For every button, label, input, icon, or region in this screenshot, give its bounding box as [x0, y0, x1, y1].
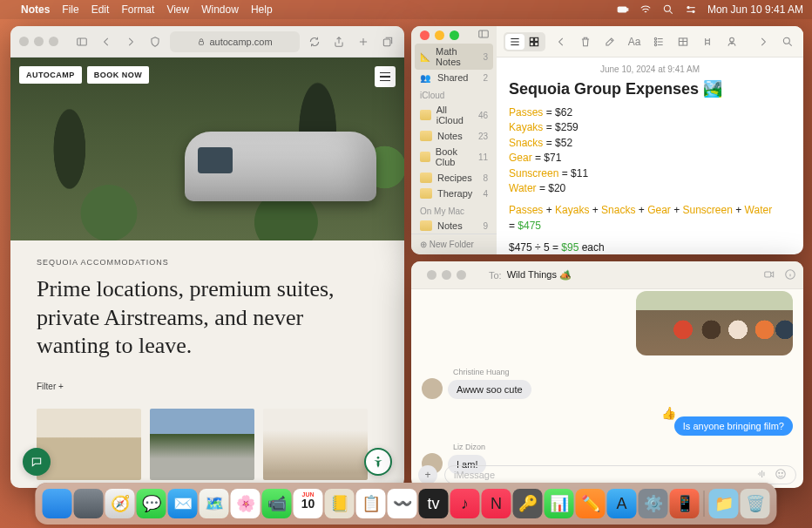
- sidebar-toggle-icon[interactable]: [72, 32, 91, 51]
- dock-app-settings[interactable]: ⚙️: [639, 489, 668, 518]
- dock-app-passwords[interactable]: 🔑: [513, 489, 543, 518]
- dock-app-reminders[interactable]: 📋: [356, 489, 386, 518]
- facetime-video-icon[interactable]: [763, 268, 775, 282]
- dock-app-freeform[interactable]: 〰️: [388, 489, 417, 518]
- hamburger-menu-button[interactable]: [375, 66, 396, 87]
- chat-fab-button[interactable]: [23, 448, 51, 476]
- checklist-icon[interactable]: [650, 33, 667, 51]
- menu-view[interactable]: View: [166, 3, 189, 16]
- dock-app-notes[interactable]: ✏️: [576, 489, 606, 518]
- dock-app-numbers[interactable]: 📊: [545, 489, 574, 518]
- menubar-clock[interactable]: Mon Jun 10 9:41 AM: [707, 3, 803, 16]
- dock-app-iphone-mirroring[interactable]: 📱: [670, 489, 700, 518]
- site-logo[interactable]: AUTOCAMP: [19, 66, 82, 84]
- avatar[interactable]: [422, 378, 443, 399]
- menu-format[interactable]: Format: [121, 3, 154, 16]
- menu-edit[interactable]: Edit: [91, 3, 110, 16]
- menu-window[interactable]: Window: [201, 3, 239, 16]
- control-center-icon[interactable]: [685, 3, 697, 16]
- dock-app-launchpad[interactable]: [74, 489, 104, 518]
- dock-app-contacts[interactable]: 📒: [325, 489, 355, 518]
- dock-app-mail[interactable]: ✉️: [168, 489, 198, 518]
- app-menu[interactable]: Notes: [21, 3, 50, 16]
- trash-icon[interactable]: [577, 33, 594, 51]
- folder-notes[interactable]: Notes23: [411, 128, 497, 144]
- tabs-button[interactable]: [378, 32, 397, 51]
- emoji-icon[interactable]: [775, 468, 787, 482]
- media-icon[interactable]: [699, 33, 716, 51]
- share-button[interactable]: [329, 32, 348, 51]
- menu-file[interactable]: File: [62, 3, 78, 16]
- audio-record-icon[interactable]: [755, 468, 768, 482]
- lock-note-icon[interactable]: [723, 33, 741, 51]
- dock-app-appstore[interactable]: A: [607, 489, 637, 518]
- reaction-emoji[interactable]: 👍: [661, 406, 676, 420]
- shared-photo[interactable]: [636, 291, 793, 355]
- search-icon[interactable]: [779, 33, 796, 51]
- message-input[interactable]: iMessage: [444, 465, 796, 484]
- table-icon[interactable]: [674, 33, 692, 51]
- privacy-icon[interactable]: [145, 32, 165, 51]
- calculator-icon: [420, 51, 430, 62]
- url-bar[interactable]: autocamp.com: [170, 31, 300, 52]
- dock-app-music[interactable]: ♪: [450, 489, 480, 518]
- book-now-button[interactable]: BOOK NOW: [87, 66, 150, 84]
- window-close-button[interactable]: [19, 37, 29, 46]
- dock-app-finder[interactable]: [43, 489, 72, 518]
- dock-app-calendar[interactable]: JUN10: [294, 489, 323, 518]
- window-zoom-button[interactable]: [457, 270, 466, 280]
- thread-name[interactable]: Wild Things 🏕️: [507, 269, 572, 281]
- battery-icon[interactable]: [617, 3, 629, 16]
- accommodation-thumbnail[interactable]: [37, 409, 141, 480]
- outgoing-message[interactable]: Is anyone bringing film?: [674, 416, 793, 436]
- window-minimize-button[interactable]: [442, 270, 451, 280]
- chat-transcript[interactable]: Christine Huang Awww soo cute 👍 Is anyon…: [411, 289, 803, 462]
- folder-shared[interactable]: Shared 2: [411, 70, 497, 85]
- folder-math-notes[interactable]: Math Notes 3: [415, 44, 493, 70]
- sidebar-toggle-icon[interactable]: [477, 28, 490, 42]
- accommodation-thumbnail[interactable]: [150, 409, 254, 480]
- view-toggle[interactable]: [504, 32, 545, 51]
- dock-app-tv[interactable]: tv: [419, 489, 449, 518]
- info-icon[interactable]: [784, 268, 796, 282]
- dock-app-safari[interactable]: 🧭: [105, 489, 135, 518]
- new-folder-button[interactable]: ⊕ New Folder: [411, 234, 497, 254]
- accessibility-fab-button[interactable]: [364, 448, 392, 476]
- new-tab-button[interactable]: [354, 32, 373, 51]
- dock-trash[interactable]: 🗑️: [741, 489, 770, 518]
- incoming-message[interactable]: Awww soo cute: [448, 380, 531, 399]
- folder-therapy[interactable]: Therapy4: [411, 186, 497, 201]
- dock-app-news[interactable]: N: [482, 489, 511, 518]
- dock-app-messages[interactable]: 💬: [137, 489, 166, 518]
- folder-book-club[interactable]: Book Club11: [411, 144, 497, 170]
- folder-recipes[interactable]: Recipes8: [411, 170, 497, 186]
- dock-app-maps[interactable]: 🗺️: [200, 489, 229, 518]
- window-zoom-button[interactable]: [450, 30, 459, 40]
- folder-all-icloud[interactable]: All iCloud46: [411, 102, 497, 128]
- forward-button[interactable]: [121, 32, 140, 51]
- dock-app-facetime[interactable]: 📹: [262, 489, 292, 518]
- window-minimize-button[interactable]: [435, 30, 444, 40]
- filter-button[interactable]: Filter +: [37, 382, 378, 391]
- window-close-button[interactable]: [427, 270, 436, 280]
- window-minimize-button[interactable]: [34, 37, 44, 46]
- wifi-icon[interactable]: [639, 3, 652, 16]
- note-content[interactable]: June 10, 2024 at 9:41 AM Sequoia Group E…: [497, 58, 803, 254]
- spotlight-icon[interactable]: [662, 3, 674, 16]
- apps-plus-button[interactable]: +: [418, 465, 437, 484]
- back-icon[interactable]: [552, 33, 570, 51]
- list-view-icon[interactable]: [505, 34, 524, 50]
- accommodation-thumbnail[interactable]: [263, 409, 368, 480]
- reload-button[interactable]: [305, 32, 324, 51]
- menu-help[interactable]: Help: [251, 3, 273, 16]
- folder-mac-notes[interactable]: Notes9: [411, 218, 497, 234]
- back-button[interactable]: [97, 32, 116, 51]
- grid-view-icon[interactable]: [524, 34, 544, 50]
- format-icon[interactable]: Aa: [626, 33, 643, 51]
- compose-icon[interactable]: [601, 33, 619, 51]
- more-icon[interactable]: [754, 33, 772, 51]
- window-close-button[interactable]: [420, 30, 430, 40]
- dock-downloads[interactable]: 📁: [709, 489, 739, 518]
- window-zoom-button[interactable]: [49, 37, 58, 46]
- dock-app-photos[interactable]: 🌸: [231, 489, 261, 518]
